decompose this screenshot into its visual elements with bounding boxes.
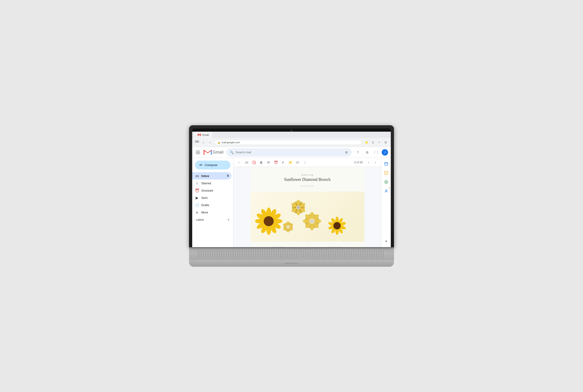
browser-chrome: Gmail ‹ › 🔒 mail.google.com (192, 132, 391, 147)
done-btn[interactable]: ✔ (280, 159, 286, 166)
jewelry-svg (250, 194, 364, 240)
svg-point-28 (315, 219, 321, 223)
laptop-lid: Gmail ‹ › 🔒 mail.google.com (189, 125, 394, 247)
snooze-btn[interactable]: ⏰ (273, 159, 279, 166)
svg-point-35 (310, 220, 314, 223)
compose-icon: ✏ (199, 163, 202, 167)
trackpad (285, 263, 298, 264)
discover-link-1[interactable]: DISCOVER (257, 185, 358, 187)
tab-label: Gmail (202, 134, 209, 136)
help-button[interactable]: ? (354, 149, 362, 156)
archive-btn[interactable]: 🗃 (243, 159, 250, 166)
more-options-btn[interactable]: ⋮ (302, 159, 308, 166)
apps-button[interactable]: ⋮⋮ (373, 149, 380, 156)
sent-label: Sent (201, 196, 229, 200)
next-email-btn[interactable]: › (372, 159, 379, 166)
labels-section: Labels + (192, 216, 233, 223)
laptop-shell: Gmail ‹ › 🔒 mail.google.com (189, 125, 394, 267)
nav-arrows: ‹ › (365, 159, 379, 166)
label-btn[interactable]: 🏷 (294, 159, 301, 166)
forward-button[interactable]: › (208, 140, 213, 145)
labels-add-button[interactable]: + (227, 218, 230, 222)
sidebar-item-starred[interactable]: ☆ Starred (192, 180, 231, 187)
keyboard-area (189, 248, 394, 260)
report-btn[interactable]: 🚫 (251, 159, 257, 166)
svg-point-20 (297, 210, 300, 215)
sidebar-item-sent[interactable]: ▶ Sent (192, 194, 231, 201)
settings-button[interactable]: ⚙ (363, 149, 371, 156)
hamburger-menu[interactable] (195, 150, 201, 155)
filter-icon[interactable]: ⚙ (345, 150, 348, 154)
svg-point-48 (287, 221, 289, 225)
tasks-panel-icon[interactable] (382, 169, 390, 177)
svg-point-51 (287, 228, 289, 232)
delete-btn[interactable]: 🗑 (258, 159, 264, 166)
svg-point-54 (286, 225, 290, 229)
laptop-bottom (189, 260, 394, 267)
share-btn[interactable]: ⎙ (370, 140, 375, 145)
inbox-label: Inbox (201, 174, 225, 178)
featuring-label-1: featuring (257, 174, 358, 176)
labels-title: Labels (196, 218, 204, 222)
sent-icon: ▶ (195, 196, 199, 200)
gmail-header: Gmail 🔍 ⚙ ? ⚙ ⋮⋮ J (192, 147, 391, 158)
featuring-label-earrings: featuring (255, 246, 303, 247)
back-button[interactable]: ‹ (201, 140, 206, 145)
screen-content: Gmail ‹ › 🔒 mail.google.com (192, 132, 391, 247)
product-grid: featuring Sunflower Diamond Earrings DIS… (250, 242, 364, 247)
email-content: featuring Sunflower Diamond Brooch DISCO… (250, 167, 364, 247)
svg-point-17 (297, 200, 300, 205)
tab-bar: Gmail (192, 132, 391, 138)
add-panel-btn[interactable]: + (382, 237, 390, 245)
duplicate-btn[interactable]: ⧉ (383, 140, 388, 145)
more-label: More (201, 211, 229, 214)
email-view[interactable]: featuring Sunflower Diamond Brooch DISCO… (233, 167, 381, 247)
search-icon: 🔍 (230, 150, 234, 154)
svg-point-26 (310, 212, 314, 218)
new-tab-btn[interactable]: + (377, 140, 382, 145)
prev-email-btn[interactable]: ‹ (365, 159, 372, 166)
keyboard-keys (198, 251, 385, 258)
address-bar[interactable]: 🔒 mail.google.com (214, 140, 362, 145)
sidebar-toggle[interactable] (195, 141, 199, 144)
bookmark-btn[interactable]: ⭐ (364, 140, 369, 145)
compose-button[interactable]: ✏ Compose (195, 160, 230, 170)
starred-icon: ☆ (195, 181, 199, 186)
featuring-label-ring: featuring (312, 246, 360, 247)
starred-label: Starred (201, 182, 229, 185)
gmail-main: ← 🗃 🚫 🗑 ✉ ⏰ ✔ 📁 🏷 ⋮ (233, 158, 381, 247)
gmail-logo-icon (204, 150, 212, 155)
snoozed-icon: ⏰ (195, 188, 199, 193)
calendar-panel-icon[interactable] (382, 160, 390, 168)
inbox-badge: 8 (227, 174, 229, 178)
gmail-body: ✏ Compose ▭ Inbox 8 ☆ (192, 158, 391, 247)
sidebar-item-inbox[interactable]: ▭ Inbox 8 (192, 172, 231, 180)
sidebar-item-more[interactable]: ∨ More (192, 209, 231, 216)
back-to-inbox-btn[interactable]: ← (236, 159, 243, 166)
compose-label: Compose (205, 163, 217, 167)
mark-unread-btn[interactable]: ✉ (265, 159, 272, 166)
email-count: 4 of 59 (354, 161, 363, 164)
gmail-favicon (198, 133, 201, 136)
account-avatar[interactable]: J (382, 149, 388, 156)
svg-rect-55 (385, 162, 388, 166)
svg-point-14 (264, 216, 274, 226)
meet-panel-icon[interactable] (382, 178, 390, 186)
camera (291, 130, 292, 132)
gmail-app: Gmail 🔍 ⚙ ? ⚙ ⋮⋮ J (192, 147, 391, 247)
sidebar-item-snoozed[interactable]: ⏰ Snoozed (192, 187, 231, 194)
more-icon: ∨ (195, 210, 199, 214)
move-to-btn[interactable]: 📁 (287, 159, 294, 166)
browser-tab[interactable]: Gmail (194, 132, 212, 138)
snoozed-label: Snoozed (201, 189, 229, 192)
header-actions: ? ⚙ ⋮⋮ J (354, 149, 388, 156)
search-input[interactable] (235, 150, 343, 154)
brooch-title: Sunflower Diamond Brooch (257, 177, 358, 182)
sidebar-item-drafts[interactable]: 📄 Drafts (192, 201, 231, 209)
svg-point-32 (303, 219, 309, 223)
svg-point-30 (310, 224, 314, 230)
search-bar[interactable]: 🔍 ⚙ (226, 148, 352, 156)
browser-toolbar: ‹ › 🔒 mail.google.com ⭐ ⎙ + ⧉ (192, 138, 391, 147)
gmail-text: Gmail (213, 150, 223, 155)
browser-actions: ⭐ ⎙ + ⧉ (364, 140, 388, 145)
